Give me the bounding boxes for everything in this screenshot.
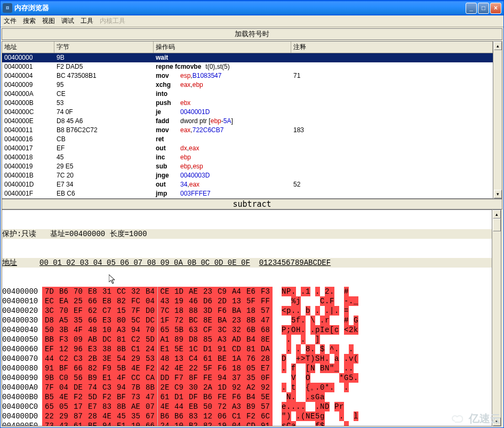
disasm-row[interactable]: 0040001929 E5subebp,esp: [2, 162, 493, 171]
maximize-button[interactable]: □: [478, 3, 489, 14]
close-button[interactable]: ×: [490, 3, 501, 14]
disasm-row[interactable]: 0040000B53pushebx: [2, 99, 493, 108]
window-title: 内存浏览器: [14, 3, 466, 13]
disasm-scrollbar[interactable]: ▴ ▾: [493, 41, 502, 199]
app-icon: ¤: [3, 3, 12, 13]
titlebar: ¤ 内存浏览器 _ □ ×: [1, 1, 503, 15]
header-opcode[interactable]: 操作码: [154, 42, 291, 53]
hex-row[interactable]: 00400030D8A53566E3805CDC1F72BC8EBA238B47…: [2, 316, 492, 325]
disasm-row[interactable]: 0040001B7C 20jnge0040003D: [2, 171, 493, 180]
hex-row[interactable]: 00400060EF1296E3388BC124E15E1CD191CD81DA…: [2, 344, 492, 354]
scroll-thumb[interactable]: [493, 219, 501, 231]
minimize-button[interactable]: _: [466, 3, 477, 14]
hex-columns: 地址 00 01 02 03 04 05 06 07 08 09 0A 0B 0…: [2, 258, 492, 268]
hex-row[interactable]: 004000E0734361BF94E110662410B2821904CD91…: [2, 421, 492, 426]
hex-dump[interactable]: 保护:只读 基址=00400000 长度=1000 地址 00 01 02 03…: [2, 209, 492, 426]
disasm-row[interactable]: 0040000995xchgeax,ebp: [2, 80, 493, 90]
hex-row[interactable]: 004000A07F04DE74C3947B8B2EC9302A1D92A292…: [2, 383, 492, 392]
header-address[interactable]: 地址: [2, 42, 54, 53]
disasm-row[interactable]: 0040000C74 0Fje0040001D: [2, 108, 493, 117]
mid-label: subtract: [2, 199, 502, 209]
disasm-row[interactable]: 0040001FEB C6jmp003FFFE7: [2, 189, 493, 198]
hex-row[interactable]: 00400050BBF309ABDC81C25DA189D885A3ADB48E…: [2, 335, 492, 344]
disasm-row[interactable]: 00400016CBret: [2, 135, 493, 144]
scroll-down-icon[interactable]: ▾: [493, 417, 501, 426]
menu-tools[interactable]: 工具: [81, 17, 93, 26]
header-comment[interactable]: 注释: [291, 42, 493, 53]
hex-row[interactable]: 00400010ECEA2566E882FC04431946D62D135FFF…: [2, 296, 492, 306]
scroll-down-icon[interactable]: ▾: [494, 190, 502, 198]
hex-row[interactable]: 004000B0B54EF25DF2BF734761D1DFB6FEF6B45E…: [2, 392, 492, 402]
hex-row[interactable]: 00400040503B4F4810A39470655B63CF3C326B68…: [2, 325, 492, 335]
hex-scrollbar[interactable]: ▴ ▾: [492, 209, 501, 426]
hex-row[interactable]: 004000D0222987284E453567B6B6831206C1F26C…: [2, 411, 492, 421]
disasm-row[interactable]: 00400011B8 B76C2C72moveax,722C6CB7183: [2, 126, 493, 135]
disassembly-list[interactable]: 地址 字节 操作码 注释 004000009Bwait00400001F2 DA…: [2, 41, 493, 199]
hex-row[interactable]: 004000909BC056B9E14FCCCADDF78FFE9437350F…: [2, 373, 492, 383]
disasm-row[interactable]: 0040000ACEinto: [2, 90, 493, 99]
disasm-row[interactable]: 0040001DE7 34out34,eax52: [2, 180, 493, 189]
menubar: 文件 搜索 视图 调试 工具 内核工具: [1, 15, 503, 27]
scroll-up-icon[interactable]: ▴: [493, 210, 501, 219]
load-symbols-bar[interactable]: 加载符号时: [2, 28, 502, 40]
disasm-row[interactable]: 00400017EFoutdx,eax: [2, 144, 493, 153]
hex-row[interactable]: 004000007DB670E831CC32B4CE1DAE23C9A4E6F3…: [2, 287, 492, 296]
menu-debug[interactable]: 调试: [61, 17, 74, 26]
disasm-row[interactable]: 0040001845incebp: [2, 153, 493, 162]
disasm-row[interactable]: 00400004BC 473508B1movesp,B108354771: [2, 71, 493, 80]
scroll-up-icon[interactable]: ▴: [494, 42, 502, 50]
disasm-row[interactable]: 0040000ED8 45 A6fadddword ptr [ebp-5A]: [2, 117, 493, 126]
hex-row[interactable]: 0040008091BF6682F95B4EF2424E225FF61805E7…: [2, 364, 492, 373]
hex-row[interactable]: 004000C0650517E7838BAE074E44EB5072A3B957…: [2, 402, 492, 411]
disassembly-header: 地址 字节 操作码 注释: [2, 42, 493, 53]
disasm-row[interactable]: 00400001F2 DAD5repne fcmovbet(0),st(5): [2, 62, 493, 71]
menu-file[interactable]: 文件: [4, 17, 17, 26]
header-bytes[interactable]: 字节: [54, 42, 154, 53]
menu-view[interactable]: 视图: [42, 17, 55, 26]
hex-row[interactable]: 0040007044C2C32B3E5429534813C461BE1A7628…: [2, 354, 492, 364]
hex-row[interactable]: 004000203C70EF62C7157FD07C18883DF6BA1857…: [2, 306, 492, 316]
menu-kernel[interactable]: 内核工具: [100, 17, 125, 26]
menu-search[interactable]: 搜索: [23, 17, 36, 26]
hex-status: 保护:只读 基址=00400000 长度=1000: [2, 229, 492, 239]
disasm-row[interactable]: 004000009Bwait: [2, 53, 493, 62]
